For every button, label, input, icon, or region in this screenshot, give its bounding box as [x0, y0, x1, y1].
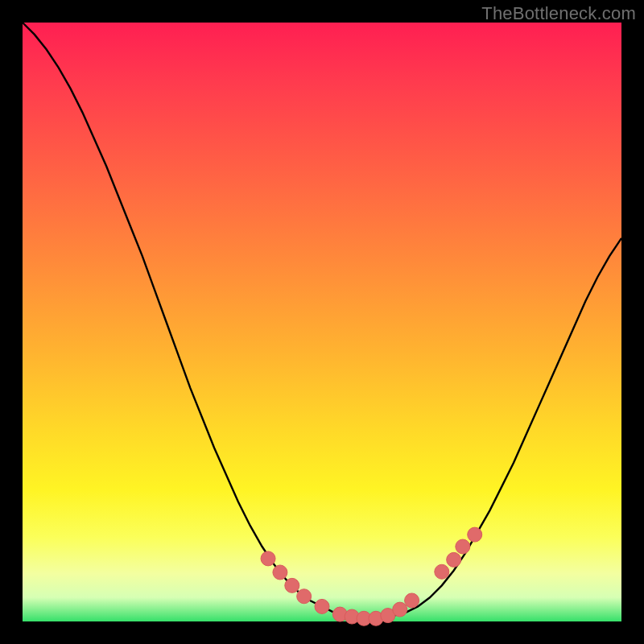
curve-marker [273, 565, 287, 580]
bottleneck-curve [23, 23, 621, 618]
curve-marker [468, 527, 482, 542]
plot-area [23, 23, 621, 621]
curve-marker [405, 593, 419, 608]
curve-marker [393, 602, 407, 617]
curve-marker [456, 539, 470, 554]
watermark-text: TheBottleneck.com [481, 3, 636, 24]
curve-marker [447, 552, 461, 567]
curve-marker [435, 564, 449, 579]
chart-frame: TheBottleneck.com [0, 0, 644, 644]
curve-marker [315, 599, 329, 613]
curve-layer [23, 23, 621, 621]
curve-marker [297, 589, 312, 604]
curve-marker [285, 578, 299, 592]
curve-marker [261, 551, 275, 566]
